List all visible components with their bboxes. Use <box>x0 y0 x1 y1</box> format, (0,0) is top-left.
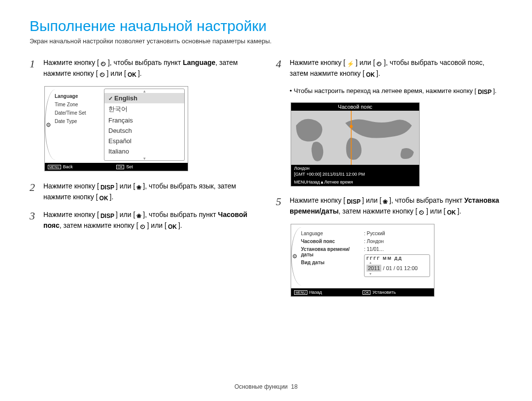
lang-option[interactable]: Deutsch <box>104 125 184 136</box>
disp-icon: DISP <box>345 197 362 206</box>
foot-set: Set <box>126 164 133 169</box>
timer-icon: ⏲ <box>138 222 147 231</box>
world-map <box>291 111 419 165</box>
right-column: 4 Нажмите кнопку [⚡] или [⏲], чтобы выбр… <box>276 58 502 297</box>
menu-icon: MENU <box>48 165 61 169</box>
disp-icon: DISP <box>476 88 493 96</box>
gmt-label: [GMT +00:00] 2011/01/01 12:00 PM <box>294 172 416 178</box>
step-2: 2 Нажмите кнопку [DISP] или [❀], чтобы в… <box>30 181 256 203</box>
step-number: 2 <box>30 181 43 203</box>
page-title: Выполнение начальной настройки <box>30 18 502 34</box>
step-1: 1 Нажмите кнопку [⏲], чтобы выбрать пунк… <box>30 58 256 79</box>
step-text: Нажмите кнопку [⏲], чтобы выбрать пункт … <box>43 58 256 79</box>
side-item: Time Zone <box>55 102 101 107</box>
down-arrow-icon: ▾ <box>104 156 184 160</box>
step-text: Нажмите кнопку [DISP] или [❀], чтобы выб… <box>43 210 256 231</box>
flower-icon: ❀ <box>381 197 389 206</box>
lang-option[interactable]: Français <box>104 115 184 125</box>
menu-icon: MENU <box>294 290 307 295</box>
timer-icon: ⏲ <box>99 60 108 68</box>
date-header: ГГГГ ММ ДД <box>366 256 429 261</box>
side-item: Language <box>301 231 362 236</box>
disp-icon: DISP <box>99 212 116 220</box>
flower-icon: ❀ <box>135 183 143 192</box>
lcd2-title: Часовой пояс <box>291 103 419 111</box>
year-field[interactable]: 2011 <box>366 265 381 272</box>
side-item: Date/Time Set <box>55 110 101 116</box>
down-arrow-icon: ▾ <box>366 272 429 276</box>
step-number: 1 <box>30 58 43 79</box>
language-dropdown[interactable]: ▴ English 한국어 Français Deutsch Español I… <box>104 89 185 161</box>
svg-point-2 <box>350 125 353 128</box>
foot-back: Назад <box>307 180 320 185</box>
timer-icon: ⏲ <box>417 208 426 217</box>
timer-icon: ⏲ <box>375 60 384 68</box>
ok-icon: OK <box>365 70 376 79</box>
left-column: 1 Нажмите кнопку [⏲], чтобы выбрать пунк… <box>30 58 256 297</box>
side-item: Вид даты <box>301 260 362 265</box>
value-language: : Русский <box>364 231 430 236</box>
step-number: 3 <box>30 210 43 231</box>
timer-icon: ⏲ <box>98 70 107 79</box>
value-timezone: : Лондон <box>364 239 430 244</box>
ok-icon: OK <box>98 194 110 203</box>
lang-option[interactable]: Italiano <box>104 146 184 156</box>
gear-icon: ⚙ <box>46 122 51 128</box>
side-item: Часовой пояс <box>301 239 362 244</box>
step-4-note: • Чтобы настроить переход на летнее врем… <box>290 86 502 96</box>
up-arrow-icon: ▴ <box>366 261 429 264</box>
value-datetime: : 11/01… <box>364 247 430 252</box>
page-subtitle: Экран начальной настройки позволяет уста… <box>30 37 502 45</box>
step-number: 5 <box>276 195 290 217</box>
lang-option[interactable]: Español <box>104 136 184 146</box>
ok-icon: OK <box>126 70 138 79</box>
lcd-timezone-screen: Часовой пояс <box>291 102 420 186</box>
up-arrow-icon: ▴ <box>104 89 184 93</box>
flower-icon: ❀ <box>135 212 143 220</box>
step-4: 4 Нажмите кнопку [⚡] или [⏲], чтобы выбр… <box>276 58 502 79</box>
foot-dst: Летнее время <box>324 180 353 185</box>
step-text: Нажмите кнопку [⚡] или [⏲], чтобы выбрат… <box>290 58 502 79</box>
foot-back: Назад <box>309 290 322 295</box>
step-5: 5 Нажмите кнопку [DISP] или [❀], чтобы в… <box>276 195 502 217</box>
step-text: Нажмите кнопку [DISP] или [❀], чтобы выб… <box>290 195 502 217</box>
page-footer: Основные функции 18 <box>0 383 532 390</box>
city-label: Лондон <box>294 166 416 172</box>
foot-back: Back <box>63 164 73 169</box>
ok-icon: OK <box>446 208 458 217</box>
date-rest: / 01 / 01 12:00 <box>381 265 417 271</box>
menu-icon: MENU <box>294 180 307 185</box>
step-number: 4 <box>276 58 290 79</box>
lcd-language-screen: ⚙ Language Time Zone Date/Time Set Date … <box>44 86 188 171</box>
side-item: Date Type <box>55 119 101 124</box>
flash-icon: ⚡ <box>345 60 356 68</box>
lang-option[interactable]: 한국어 <box>104 103 184 115</box>
ok-icon: OK <box>363 290 370 295</box>
lang-option[interactable]: English <box>104 93 184 103</box>
up-arrow-icon: ▲ <box>320 180 324 185</box>
foot-set: Установить <box>372 290 396 295</box>
ok-icon: OK <box>166 222 178 231</box>
date-editor[interactable]: ГГГГ ММ ДД ▴ 2011 / 01 / 01 12:00 ▾ <box>364 254 430 277</box>
side-item: Language <box>55 93 101 99</box>
side-item: Установка времени/даты <box>301 247 362 257</box>
ok-icon: OK <box>116 165 124 169</box>
disp-icon: DISP <box>99 183 116 192</box>
step-3: 3 Нажмите кнопку [DISP] или [❀], чтобы в… <box>30 210 256 231</box>
step-text: Нажмите кнопку [DISP] или [❀], чтобы выб… <box>43 181 256 203</box>
lcd-datetime-screen: ⚙ Language Часовой пояс Установка времен… <box>291 224 434 297</box>
gear-icon: ⚙ <box>292 253 298 260</box>
